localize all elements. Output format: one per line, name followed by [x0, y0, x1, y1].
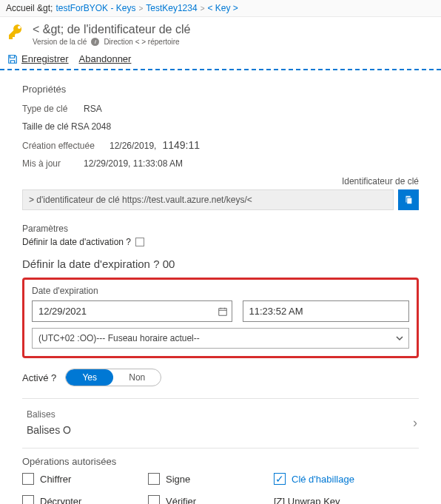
updated-label: Mis à jour — [22, 158, 78, 169]
op-verify[interactable]: Vérifier — [148, 495, 274, 504]
calendar-icon[interactable] — [218, 306, 228, 317]
activation-label: Définir la date d'activation ? — [22, 237, 131, 247]
chevron-down-icon — [395, 334, 404, 343]
checkbox-icon — [148, 473, 160, 485]
checkbox-icon — [148, 495, 160, 504]
breadcrumb-version[interactable]: < Key > — [207, 3, 238, 13]
expiration-time-input[interactable] — [243, 300, 409, 322]
created-label: Création effectuée — [22, 141, 104, 151]
chevron-right-icon: > — [138, 4, 143, 13]
op-encrypt[interactable]: Chiffrer — [22, 473, 148, 485]
checkbox-icon — [22, 495, 34, 504]
updated-value: 12/29/2019, 11:33:08 AM — [84, 158, 183, 169]
timezone-select[interactable]: (UTC+02 :OO)--- Fuseau horaire actuel-- — [32, 328, 409, 349]
op-wrap[interactable]: ✓ Clé d'habillage — [274, 473, 419, 485]
divider — [22, 448, 419, 448]
breadcrumb-home[interactable]: Accueil &gt; — [6, 3, 53, 13]
divider — [22, 398, 419, 399]
keytype-label: Type de clé — [22, 104, 78, 114]
key-icon — [7, 23, 25, 41]
expiration-panel: Date d'expiration (UTC+02 :OO)--- Fuseau… — [22, 278, 419, 358]
toggle-no[interactable]: Non — [113, 369, 161, 386]
discard-button[interactable]: Abandonner — [79, 53, 132, 64]
page-title: < &gt; de l'identificateur de clé — [33, 23, 190, 36]
keysize-value: Taille de clé RSA 2048 — [22, 121, 111, 132]
settings-heading: Paramètres — [22, 224, 419, 234]
save-icon — [7, 54, 18, 64]
command-bar: Enregistrer Abandonner — [0, 50, 441, 69]
page-header: < &gt; de l'identificateur de clé Versio… — [0, 17, 441, 50]
header-sub1: Version de la clé — [33, 38, 87, 46]
breadcrumb-key[interactable]: TestKey1234 — [146, 3, 197, 13]
breadcrumb-vault[interactable]: testForBYOK - Keys — [55, 3, 135, 13]
breadcrumb: Accueil &gt; testForBYOK - Keys > TestKe… — [0, 0, 441, 17]
chevron-right-icon: > — [201, 4, 205, 13]
expiration-question: Définir la date d'expiration ? 00 — [22, 258, 419, 270]
tags-heading: Balises — [27, 409, 71, 420]
toggle-yes[interactable]: Yes — [66, 369, 113, 386]
enabled-toggle[interactable]: Yes Non — [65, 369, 161, 386]
save-button[interactable]: Enregistrer — [7, 53, 69, 64]
copy-icon — [403, 195, 414, 205]
op-unwrap[interactable]: [Z] Unwrap Key — [274, 495, 419, 504]
checkbox-icon — [22, 473, 34, 485]
identifier-heading: Identificateur de clé — [22, 176, 419, 187]
chevron-right-icon: › — [413, 415, 417, 431]
created-time: 1149:11 — [162, 139, 200, 151]
tags-value: Balises O — [27, 424, 71, 436]
op-sign[interactable]: Signe — [148, 473, 274, 485]
checkbox-checked-icon: ✓ — [274, 473, 286, 485]
copy-button[interactable] — [398, 189, 419, 210]
created-date: 12/26/2019, — [110, 141, 156, 151]
header-sub2: Direction < > répertoire — [104, 38, 179, 46]
identifier-field[interactable]: > d'identificateur de clé https://test.v… — [22, 189, 394, 210]
operations-heading: Opérations autorisées — [22, 456, 419, 467]
keytype-value: RSA — [84, 104, 102, 114]
info-icon[interactable]: i — [91, 38, 99, 46]
tags-row[interactable]: Balises Balises O › — [22, 406, 419, 443]
enabled-label: Activé ? — [22, 372, 56, 383]
expiration-label: Date d'expiration — [32, 286, 409, 296]
expiration-date-input[interactable] — [32, 300, 232, 322]
activation-checkbox[interactable] — [135, 238, 144, 246]
op-decrypt[interactable]: Décrypter — [22, 495, 148, 504]
properties-heading: Propriétés — [22, 84, 419, 95]
